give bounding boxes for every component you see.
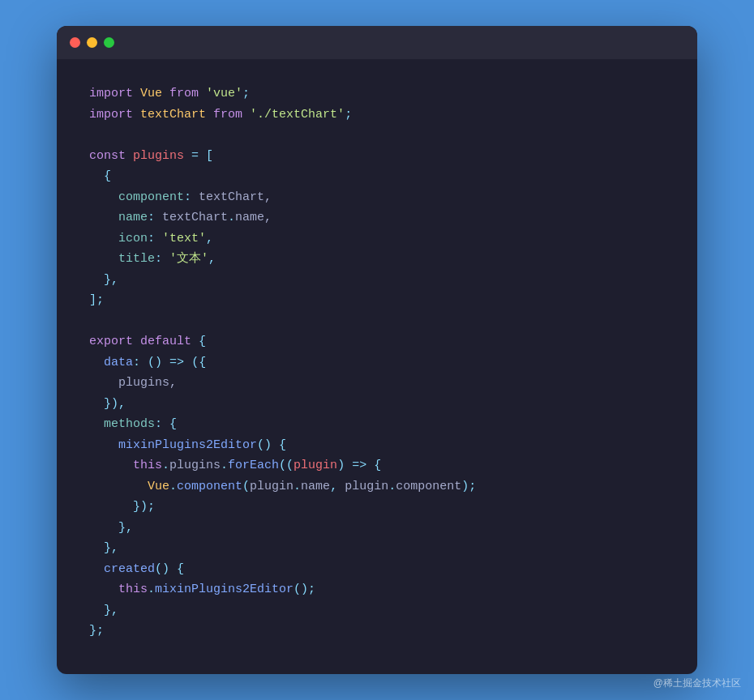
code-line-25: this.mixinPlugins2Editor(); — [89, 579, 665, 600]
code-line-10: }, — [89, 270, 665, 291]
code-line-17: methods: { — [89, 414, 665, 435]
code-line-18: mixinPlugins2Editor() { — [89, 435, 665, 456]
minimize-button[interactable] — [87, 37, 97, 48]
code-line-19: this.plugins.forEach((plugin) => { — [89, 455, 665, 476]
code-line-23: }, — [89, 538, 665, 559]
maximize-button[interactable] — [104, 37, 114, 48]
code-line-6: component: textChart, — [89, 187, 665, 208]
code-line-22: }, — [89, 518, 665, 539]
code-line-5: { — [89, 166, 665, 187]
code-line-20: Vue.component(plugin.name, plugin.compon… — [89, 476, 665, 497]
code-line-15: plugins, — [89, 373, 665, 394]
code-line-1: import Vue from 'vue'; — [89, 83, 665, 105]
code-line-7: name: textChart.name, — [89, 207, 665, 228]
code-line-21: }); — [89, 497, 665, 518]
code-line-2: import textChart from './textChart'; — [89, 105, 665, 126]
code-line-4: const plugins = [ — [89, 146, 665, 167]
code-line-8: icon: 'text', — [89, 228, 665, 250]
code-line-9: title: '文本', — [89, 249, 665, 270]
watermark: @稀土掘金技术社区 — [653, 677, 741, 690]
code-line-16: }), — [89, 394, 665, 415]
titlebar — [57, 26, 697, 59]
code-editor: import Vue from 'vue'; import textChart … — [57, 59, 697, 674]
code-line-27: }; — [89, 621, 665, 642]
code-window: import Vue from 'vue'; import textChart … — [57, 26, 697, 674]
code-line-24: created() { — [89, 559, 665, 580]
code-line-13: export default { — [89, 331, 665, 352]
close-button[interactable] — [70, 37, 80, 48]
code-line-11: ]; — [89, 290, 665, 311]
code-line-14: data: () => ({ — [89, 352, 665, 373]
code-line-26: }, — [89, 600, 665, 621]
